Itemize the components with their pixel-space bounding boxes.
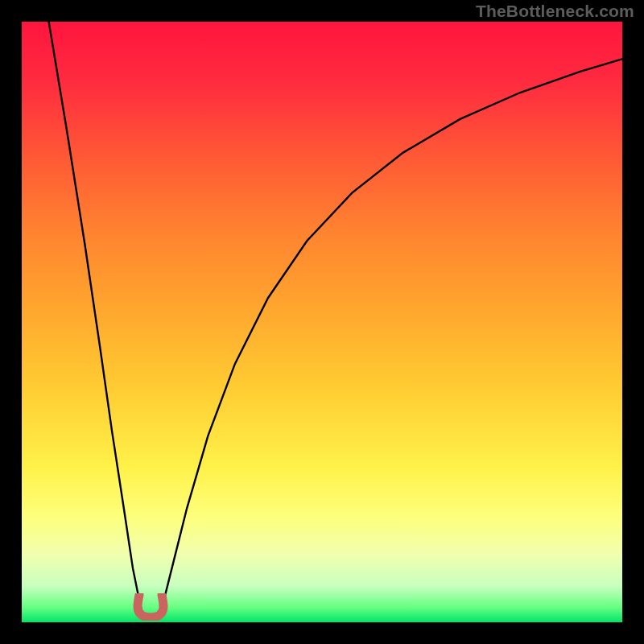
bottleneck-marker bbox=[133, 593, 168, 621]
curve-left-branch bbox=[49, 22, 144, 617]
marker-u-shape bbox=[138, 595, 163, 617]
bottleneck-curve bbox=[22, 22, 622, 622]
watermark-text: TheBottleneck.com bbox=[476, 2, 634, 21]
curve-right-branch bbox=[158, 59, 622, 617]
chart-area bbox=[22, 22, 622, 622]
